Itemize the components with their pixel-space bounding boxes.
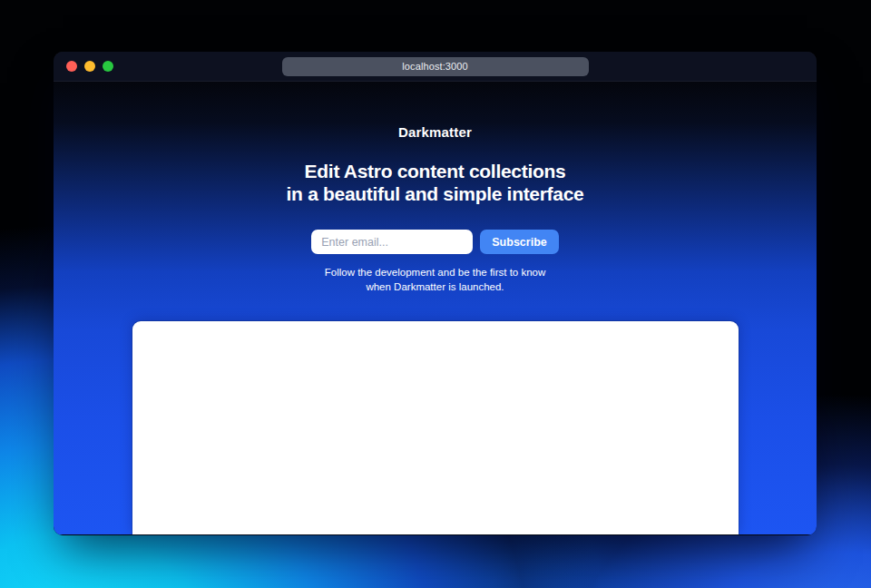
zoom-button[interactable] [103, 61, 113, 72]
follow-note: Follow the development and be the first … [325, 265, 546, 294]
titlebar: localhost:3000 [54, 52, 817, 82]
page-heading: Edit Astro content collections in a beau… [287, 161, 584, 205]
page-content: Darkmatter Edit Astro content collection… [54, 82, 817, 534]
minimize-button[interactable] [84, 61, 95, 72]
heading-line-2: in a beautiful and simple interface [287, 183, 584, 206]
heading-line-1: Edit Astro content collections [287, 161, 584, 183]
close-button[interactable] [66, 61, 77, 72]
subscribe-form: Subscribe [311, 230, 558, 254]
app-preview-panel [132, 321, 739, 534]
traffic-lights [66, 52, 113, 81]
url-bar[interactable]: localhost:3000 [282, 57, 589, 76]
email-input[interactable] [311, 230, 473, 254]
note-line-2: when Darkmatter is launched. [325, 279, 546, 294]
brand-title: Darkmatter [398, 124, 472, 140]
browser-window: localhost:3000 Darkmatter Edit Astro con… [54, 52, 817, 535]
subscribe-button[interactable]: Subscribe [480, 230, 558, 254]
note-line-1: Follow the development and be the first … [325, 265, 546, 279]
